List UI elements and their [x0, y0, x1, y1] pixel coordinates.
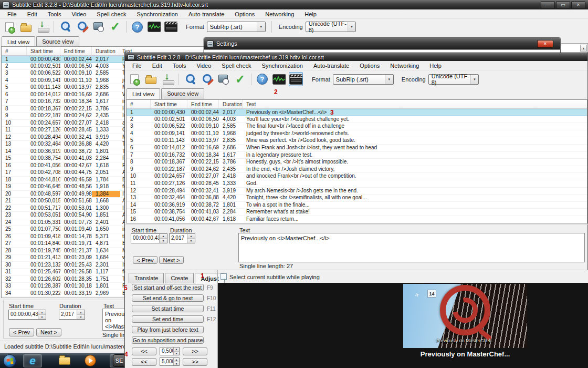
- maximize-button[interactable]: ▭: [556, 1, 570, 9]
- find-button[interactable]: [58, 20, 72, 34]
- subtitle-row[interactable]: 11 00:00:27,126 00:00:28,459 1,333 God.: [127, 180, 587, 188]
- spinner-arrows[interactable]: ▲▼: [173, 358, 179, 365]
- adjust-button[interactable]: Set start time: [132, 305, 204, 312]
- subtitle-row[interactable]: 14 00:00:36,919 00:00:38,720 1,801 To wi…: [127, 202, 587, 209]
- spell-check-button[interactable]: ✓: [233, 72, 247, 86]
- format-dropdown[interactable]: SubRip (.srt) ▼: [333, 74, 394, 85]
- menu-item[interactable]: Spell check: [91, 9, 131, 19]
- menu-item[interactable]: Help: [299, 9, 322, 19]
- select-current-subtitle-checkbox[interactable]: [220, 273, 227, 280]
- nudge-forward-button[interactable]: >>: [183, 347, 207, 355]
- menu-item[interactable]: Spell check: [216, 61, 256, 70]
- subtitle-row[interactable]: 13 00:00:32,464 00:00:36,884 4,420 Tonig…: [127, 195, 587, 202]
- video-panel[interactable]: ✈ 14 Previously on MasterChef... Previou…: [218, 283, 588, 368]
- menu-item[interactable]: Help: [424, 61, 447, 70]
- spinner-arrows[interactable]: ▲▼: [159, 234, 167, 243]
- subtitle-row[interactable]: 1 00:00:00,430 00:00:02,447 2,017 Previo…: [127, 109, 587, 116]
- new-file-button[interactable]: [127, 72, 141, 86]
- start-time-spinner[interactable]: 00:00:00,430 ▲▼: [131, 233, 167, 243]
- menu-item[interactable]: Auto-translate: [183, 9, 229, 19]
- adjust-button[interactable]: Set end & go to next: [132, 294, 204, 302]
- video-toggle-button-selected[interactable]: [289, 72, 303, 86]
- tab-list-view[interactable]: List view: [2, 36, 35, 47]
- close-button[interactable]: ×: [571, 1, 585, 9]
- spinner-arrows[interactable]: ▲▼: [77, 310, 85, 319]
- next-button[interactable]: Next >: [159, 256, 184, 264]
- nudge-back-button[interactable]: <<: [132, 358, 156, 366]
- tab-source-view[interactable]: Source view: [36, 36, 79, 47]
- tab-create[interactable]: Create: [165, 273, 194, 283]
- prev-button[interactable]: < Prev: [9, 328, 34, 336]
- tab-translate[interactable]: Translate: [129, 273, 164, 283]
- nudge-amount-spinner[interactable]: 5,000 ▲▼: [160, 357, 180, 366]
- fix-common-errors-button[interactable]: [91, 20, 106, 34]
- subtitle-row[interactable]: 16 00:00:41,056 00:00:42,674 1,618 Famil…: [127, 216, 587, 223]
- subtitle-row[interactable]: 8 00:00:18,367 00:00:22,153 3,786 Honest…: [127, 159, 587, 166]
- menu-item[interactable]: Networking: [260, 9, 299, 19]
- save-button[interactable]: [36, 20, 50, 34]
- video-toggle-button[interactable]: [164, 20, 178, 34]
- adjust-button[interactable]: Set end time: [132, 315, 204, 323]
- subtitle-row[interactable]: 9 00:00:22,187 00:00:24,622 2,435 In the…: [127, 166, 587, 173]
- nudge-forward-button[interactable]: >>: [183, 358, 207, 366]
- subtitle-row[interactable]: 4 00:00:09,141 00:00:11,109 1,968 judged…: [127, 130, 587, 138]
- menu-item[interactable]: Edit: [22, 9, 43, 19]
- open-file-button[interactable]: [144, 72, 158, 86]
- tab-source-view[interactable]: Source view: [161, 88, 204, 99]
- replace-button[interactable]: [75, 20, 89, 34]
- menu-item[interactable]: Options: [354, 61, 385, 70]
- subtitle-row[interactable]: 12 00:00:28,494 00:00:32,413 3,919 My ar…: [127, 188, 587, 195]
- next-button[interactable]: Next >: [36, 328, 61, 336]
- duration-spinner[interactable]: 2,017 ▲▼: [59, 310, 85, 320]
- adjust-button[interactable]: Go to subposition and pause: [132, 336, 204, 344]
- subtitle-row[interactable]: 10 00:00:24,657 00:00:27,075 2,418 and k…: [127, 173, 587, 180]
- new-file-button[interactable]: [2, 20, 16, 34]
- prev-button[interactable]: < Prev: [133, 256, 158, 264]
- spell-check-button[interactable]: ✓: [108, 20, 122, 34]
- spinner-arrows[interactable]: ▲▼: [187, 234, 195, 243]
- menu-item[interactable]: File: [127, 61, 147, 70]
- tab-list-view[interactable]: List view: [127, 88, 160, 99]
- subtitle-row[interactable]: 5 00:00:11,143 00:00:13,978 2,835 Mine w…: [127, 137, 587, 145]
- menu-item[interactable]: File: [2, 9, 22, 19]
- settings-close-button[interactable]: ×: [537, 40, 553, 48]
- taskbar-file-explorer[interactable]: [55, 354, 74, 367]
- settings-titlebar[interactable]: Settings ×: [204, 38, 560, 49]
- fg-titlebar[interactable]: Subtitle Edit 3.2.8 - D:\Subtitle Edit\I…: [125, 53, 587, 61]
- nudge-amount-spinner[interactable]: 0,500 ▲▼: [160, 347, 180, 355]
- start-time-spinner[interactable]: 00:00:00,430 ▲▼: [8, 310, 46, 320]
- fragment-scrollbar-up[interactable]: ▲: [580, 45, 587, 52]
- menu-item[interactable]: Options: [229, 9, 260, 19]
- menu-item[interactable]: Video: [66, 9, 91, 19]
- duration-spinner[interactable]: 2,017 ▲▼: [169, 233, 195, 243]
- menu-item[interactable]: Synchronization: [132, 9, 183, 19]
- taskbar-media-player[interactable]: [81, 354, 100, 367]
- find-button[interactable]: [183, 72, 197, 86]
- subtitle-row[interactable]: 7 00:00:16,732 00:00:18,349 1,617 in a l…: [127, 152, 587, 159]
- encoding-dropdown[interactable]: Unicode (UTF-8) ▼: [306, 22, 356, 32]
- encoding-dropdown[interactable]: Unicode (UTF-8) ▼: [428, 74, 479, 85]
- nudge-back-button[interactable]: <<: [132, 347, 156, 355]
- menu-item[interactable]: Synchronization: [257, 61, 308, 70]
- adjust-button[interactable]: Play from just before text: [132, 326, 204, 333]
- adjust-button[interactable]: Set start and off-set the rest: [132, 284, 204, 291]
- menu-item[interactable]: Video: [191, 61, 216, 70]
- subtitle-row[interactable]: 3 00:00:06,522 00:00:09,107 2,585 The fi…: [127, 123, 587, 130]
- start-button[interactable]: [3, 354, 16, 367]
- subtitle-row[interactable]: 15 00:00:38,754 00:00:41,038 2,284 Remem…: [127, 209, 587, 216]
- menu-item[interactable]: Edit: [147, 61, 167, 70]
- subtitle-text-input[interactable]: Previously on <i>MasterChef...</i>: [238, 233, 585, 262]
- help-button[interactable]: ?: [130, 20, 144, 34]
- menu-item[interactable]: Networking: [385, 61, 424, 70]
- save-button[interactable]: [161, 72, 175, 86]
- replace-button[interactable]: [200, 72, 214, 86]
- subtitle-row[interactable]: 6 00:00:14,012 00:00:16,698 2,686 When F…: [127, 145, 587, 152]
- help-button[interactable]: ?: [255, 72, 269, 86]
- waveform-toggle-button[interactable]: [147, 20, 161, 34]
- spinner-arrows[interactable]: ▲▼: [173, 347, 179, 355]
- subtitle-row[interactable]: 2 00:00:02,501 00:00:06,504 4,003 You'll…: [127, 116, 587, 124]
- menu-item[interactable]: Tools: [43, 9, 67, 19]
- spinner-arrows[interactable]: ▲▼: [38, 310, 46, 319]
- waveform-toggle-button[interactable]: [272, 72, 286, 86]
- open-file-button[interactable]: [19, 20, 33, 34]
